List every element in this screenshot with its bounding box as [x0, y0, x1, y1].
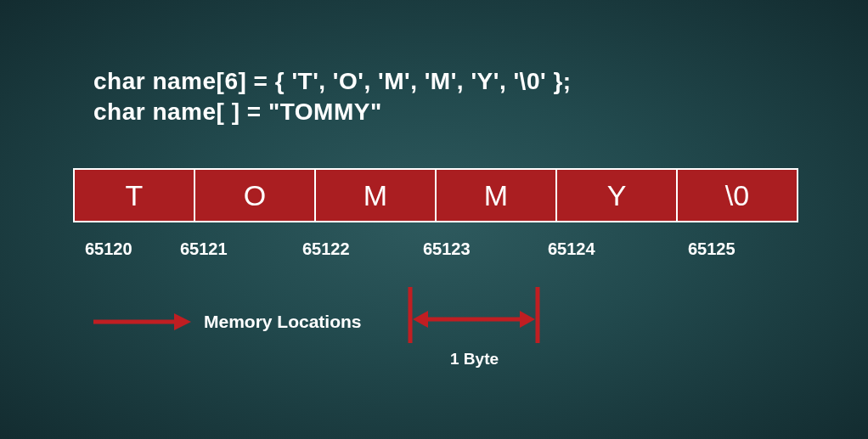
memory-locations-label: Memory Locations — [204, 312, 362, 332]
addr-0: 65120 — [85, 239, 132, 259]
code-line-2: char name[ ] = "TOMMY" — [93, 98, 382, 126]
svg-marker-6 — [520, 311, 535, 328]
svg-marker-5 — [413, 311, 428, 328]
svg-marker-1 — [174, 313, 191, 330]
mem-cell-2: M — [316, 170, 437, 221]
arrow-right-icon — [93, 312, 191, 332]
mem-cell-0: T — [75, 170, 195, 221]
addr-5: 65125 — [688, 239, 736, 259]
memory-cells-table: T O M M Y \0 — [73, 168, 798, 222]
mem-cell-5: \0 — [678, 170, 798, 221]
mem-cell-4: Y — [557, 170, 678, 221]
addr-4: 65124 — [548, 239, 595, 259]
code-line-1: char name[6] = { 'T', 'O', 'M', 'M', 'Y'… — [93, 68, 572, 95]
mem-cell-3: M — [437, 170, 557, 221]
mem-cell-1: O — [195, 170, 316, 221]
byte-span-icon — [406, 287, 542, 346]
addr-2: 65122 — [302, 239, 350, 259]
addr-3: 65123 — [423, 239, 471, 259]
addr-1: 65121 — [180, 239, 228, 259]
one-byte-label: 1 Byte — [450, 350, 499, 369]
